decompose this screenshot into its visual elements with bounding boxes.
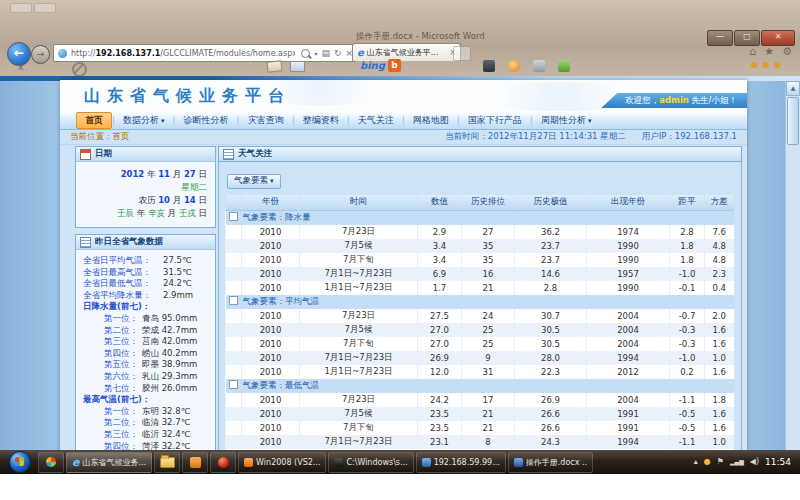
app-icon bbox=[334, 458, 343, 467]
toolbar-addon-icon[interactable] bbox=[558, 60, 570, 72]
toolbar-card-icon[interactable] bbox=[266, 60, 282, 73]
hidden-icons-chevron-icon[interactable]: ▴ bbox=[694, 458, 698, 466]
address-bar[interactable]: http://192.168.137.1/GLCCLIMATE/modules/… bbox=[53, 44, 357, 62]
app-taskbar-icon[interactable] bbox=[210, 452, 236, 473]
scroll-up-icon[interactable]: ▲ bbox=[786, 81, 800, 96]
taskbar-app-button[interactable]: 操作手册.docx .. bbox=[508, 452, 593, 473]
table-cell: 7.6 bbox=[705, 225, 734, 239]
table-row[interactable]: 20107月5候3.43523.719901.84.8 bbox=[226, 239, 734, 253]
toolbar-addon-icon[interactable] bbox=[508, 60, 520, 72]
browser-tab[interactable]: e 山东省气候业务平... × bbox=[352, 43, 461, 61]
row-lead-cell bbox=[226, 267, 242, 281]
rank-row: 第三位：莒南 42.0mm bbox=[78, 336, 213, 348]
toolbar-addon-icon[interactable] bbox=[483, 60, 495, 72]
bing-button-icon[interactable]: b bbox=[388, 59, 401, 72]
nav-item-1[interactable]: 数据分析▾ bbox=[115, 113, 173, 128]
table-row[interactable]: 20107月1日~7月23日6.91614.61957-1.02.3 bbox=[226, 267, 734, 281]
column-header: 时间 bbox=[300, 195, 418, 211]
table-row[interactable]: 20107月23日24.21726.92004-1.11.8 bbox=[226, 393, 734, 407]
app-taskbar-icon[interactable] bbox=[182, 452, 208, 473]
blocked-addon-icon[interactable] bbox=[72, 62, 87, 77]
table-group-row[interactable]: 气象要素：降水量 bbox=[226, 210, 734, 225]
station-value: 莒南 42.0mm bbox=[142, 336, 197, 346]
taskbar-app-button[interactable]: C:\Windows\s... bbox=[328, 452, 413, 473]
table-cell: 1994 bbox=[587, 435, 670, 449]
taskbar-app-button[interactable]: 192.168.59.99... bbox=[416, 452, 506, 473]
table-cell: 2010 bbox=[242, 267, 300, 281]
nav-item-5[interactable]: 天气关注 bbox=[350, 113, 402, 128]
table-row[interactable]: 20107月23日27.52430.72004-0.72.0 bbox=[226, 309, 734, 323]
toolbar-overflow-icon[interactable]: ● ● ● bbox=[751, 60, 782, 69]
table-cell: -1.1 bbox=[670, 393, 705, 407]
table-row[interactable]: 20107月1日~7月23日23.1824.31994-1.11.0 bbox=[226, 435, 734, 449]
table-cell: 1.8 bbox=[670, 239, 705, 253]
refresh-icon[interactable]: ↻ bbox=[334, 48, 342, 58]
close-button[interactable]: ✕ bbox=[761, 30, 795, 46]
vertical-scrollbar[interactable]: ▲ bbox=[785, 81, 800, 478]
toolbar-close-icon[interactable]: x bbox=[18, 62, 23, 72]
table-row[interactable]: 20101月1日~7月23日1.7212.81990-0.10.4 bbox=[226, 281, 734, 295]
network-icon[interactable]: ▂▄▆ bbox=[730, 459, 744, 465]
table-cell: 26.9 bbox=[515, 393, 587, 407]
nav-item-3[interactable]: 灾害查询 bbox=[240, 113, 292, 128]
nav-item-6[interactable]: 网格地图 bbox=[405, 113, 457, 128]
nav-item-8[interactable]: 周期性分析▾ bbox=[533, 113, 600, 128]
table-row[interactable]: 20107月5候23.52126.61991-0.51.6 bbox=[226, 407, 734, 421]
table-cell: 24.3 bbox=[515, 435, 587, 449]
nav-item-0[interactable]: 首页 bbox=[76, 112, 112, 129]
table-cell: 25 bbox=[462, 323, 515, 337]
home-icon[interactable]: ⌂ bbox=[749, 45, 756, 58]
row-lead-cell bbox=[226, 365, 242, 379]
minimize-button[interactable]: — bbox=[707, 30, 733, 46]
date-segment: 日 bbox=[196, 208, 207, 218]
toolbar-addon-icon[interactable] bbox=[533, 60, 545, 72]
explorer-taskbar-icon[interactable] bbox=[154, 452, 180, 473]
browser-forward-button[interactable]: → bbox=[31, 45, 50, 64]
favorites-star-icon[interactable]: ★ bbox=[764, 45, 774, 58]
scrollbar-thumb[interactable] bbox=[787, 97, 799, 145]
nav-item-7[interactable]: 国家下行产品 bbox=[460, 113, 530, 128]
taskbar-clock[interactable]: 11:54 bbox=[765, 457, 791, 467]
date-panel-title: 日期 bbox=[95, 148, 112, 160]
bing-logo[interactable]: bing bbox=[360, 60, 385, 71]
nav-item-4[interactable]: 整编资料 bbox=[295, 113, 347, 128]
tab-title[interactable]: 山东省气候业务平... bbox=[367, 47, 447, 58]
search-icon[interactable] bbox=[301, 49, 310, 58]
toolbar-mail-icon[interactable] bbox=[290, 61, 305, 72]
main-panel-body: 气象要素▾ 年份时间数值历史排位历史极值出现年份距平方差 气象要素：降水量201… bbox=[218, 162, 742, 478]
table-row[interactable]: 20107月下旬23.52126.61991-0.51.6 bbox=[226, 421, 734, 435]
warning-icon[interactable]: ● bbox=[704, 458, 711, 466]
table-cell: 26.6 bbox=[515, 421, 587, 435]
page-icon[interactable]: ▤ bbox=[321, 48, 330, 58]
checkbox[interactable] bbox=[229, 296, 238, 305]
new-tab-button[interactable] bbox=[453, 46, 471, 61]
table-group-row[interactable]: 气象要素：平均气温 bbox=[226, 295, 734, 309]
table-group-row[interactable]: 气象要素：最低气温 bbox=[226, 379, 734, 393]
checkbox[interactable] bbox=[229, 380, 238, 389]
calendar-icon bbox=[80, 149, 91, 160]
table-row[interactable]: 20107月下旬3.43523.719901.84.8 bbox=[226, 253, 734, 267]
settings-gear-icon[interactable]: ⚙ bbox=[782, 45, 792, 58]
url-text[interactable]: http://192.168.137.1/GLCCLIMATE/modules/… bbox=[71, 49, 295, 58]
taskbar-button-label: Win2008 (VS2... bbox=[256, 458, 320, 467]
table-row[interactable]: 20107月下旬27.02530.52004-0.31.6 bbox=[226, 337, 734, 351]
search-dropdown-icon[interactable]: ▾ bbox=[314, 50, 317, 57]
volume-icon[interactable]: ◀) bbox=[750, 458, 759, 466]
list-icon bbox=[80, 237, 91, 248]
checkbox[interactable] bbox=[229, 212, 238, 221]
maximize-button[interactable]: ▢ bbox=[734, 30, 760, 46]
table-row[interactable]: 20101月1日~7月23日12.03122.320120.21.6 bbox=[226, 365, 734, 379]
taskbar-app-button[interactable]: Win2008 (VS2... bbox=[238, 452, 326, 473]
table-cell: 30.5 bbox=[515, 323, 587, 337]
element-filter-button[interactable]: 气象要素▾ bbox=[227, 174, 281, 189]
table-row[interactable]: 20107月5候27.02530.52004-0.31.6 bbox=[226, 323, 734, 337]
table-row[interactable]: 20107月1日~7月23日26.9928.01994-1.01.0 bbox=[226, 351, 734, 365]
group-label-cell: 气象要素：平均气温 bbox=[226, 295, 734, 309]
row-lead-cell bbox=[226, 281, 242, 295]
pinned-app-icon[interactable] bbox=[38, 452, 64, 473]
nav-item-2[interactable]: 诊断性分析 bbox=[176, 113, 237, 128]
table-row[interactable]: 20107月23日2.92736.219742.87.6 bbox=[226, 225, 734, 239]
action-center-flag-icon[interactable]: ⚑ bbox=[717, 458, 724, 466]
start-button[interactable] bbox=[9, 451, 31, 473]
taskbar-ie-button[interactable]: e 山东省气候业务... bbox=[66, 452, 152, 473]
